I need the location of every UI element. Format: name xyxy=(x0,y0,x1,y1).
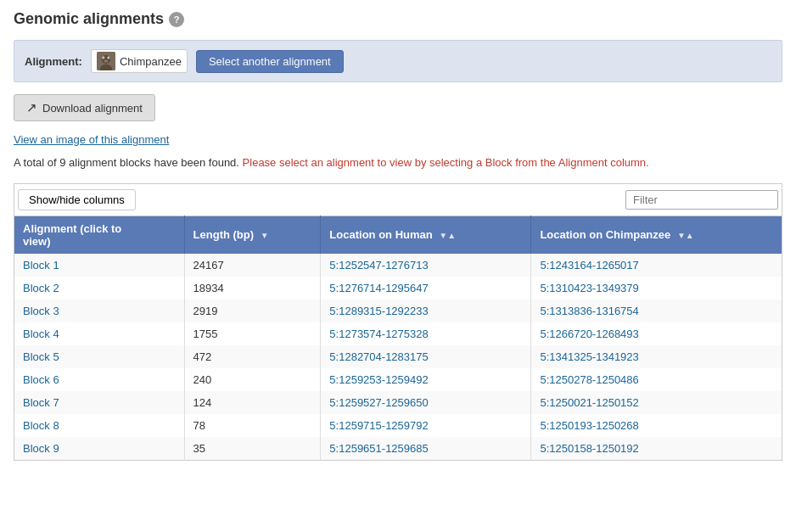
location-human-link[interactable]: 5:1259527-1259650 xyxy=(329,396,428,409)
table-row: Block 1241675:1252547-12767135:1243164-1… xyxy=(14,254,782,277)
sort-icon-human: ▼▲ xyxy=(439,231,456,240)
location-human-link[interactable]: 5:1273574-1275328 xyxy=(329,328,428,340)
cell-block: Block 8 xyxy=(14,414,185,437)
block-link[interactable]: Block 9 xyxy=(23,442,59,455)
table-row: Block 8785:1259715-12597925:1250193-1250… xyxy=(14,414,782,437)
cell-location-human: 5:1282704-1283175 xyxy=(321,345,531,368)
cell-length: 124 xyxy=(184,391,321,414)
block-link[interactable]: Block 7 xyxy=(23,396,59,409)
cell-block: Block 2 xyxy=(14,277,185,300)
species-icon xyxy=(97,52,115,70)
cell-location-human: 5:1252547-1276713 xyxy=(321,254,531,277)
location-chimp-link[interactable]: 5:1313836-1316754 xyxy=(540,305,638,317)
block-link[interactable]: Block 8 xyxy=(23,419,59,432)
cell-block: Block 7 xyxy=(14,391,185,414)
help-icon[interactable]: ? xyxy=(169,12,184,27)
cell-length: 35 xyxy=(184,437,321,461)
location-human-link[interactable]: 5:1276714-1295647 xyxy=(329,282,428,294)
cell-length: 1755 xyxy=(184,322,321,345)
location-human-link[interactable]: 5:1282704-1283175 xyxy=(329,350,428,363)
view-image-link[interactable]: View an image of this alignment xyxy=(14,133,782,146)
block-link[interactable]: Block 3 xyxy=(23,305,59,317)
cell-location-chimp: 5:1313836-1316754 xyxy=(531,300,782,322)
table-row: Block 417555:1273574-12753285:1266720-12… xyxy=(14,322,782,345)
cell-location-human: 5:1289315-1292233 xyxy=(321,300,531,322)
cell-block: Block 6 xyxy=(14,368,185,391)
cell-location-chimp: 5:1310423-1349379 xyxy=(531,277,782,300)
filter-wrapper xyxy=(625,190,778,210)
alignment-table: Alignment (click toview) Length (bp) ▼ L… xyxy=(14,216,782,461)
cell-block: Block 1 xyxy=(14,254,185,277)
cell-block: Block 9 xyxy=(14,437,185,461)
table-row: Block 329195:1289315-12922335:1313836-13… xyxy=(14,300,782,322)
location-human-link[interactable]: 5:1259651-1259685 xyxy=(329,442,428,455)
table-controls: Show/hide columns xyxy=(14,183,782,216)
download-alignment-button[interactable]: ↗ Download alignment xyxy=(14,94,155,121)
block-link[interactable]: Block 6 xyxy=(23,373,59,386)
cell-location-human: 5:1276714-1295647 xyxy=(321,277,531,300)
block-link[interactable]: Block 2 xyxy=(23,282,59,294)
filter-input[interactable] xyxy=(625,190,778,210)
cell-length: 472 xyxy=(184,345,321,368)
alignment-label: Alignment: xyxy=(25,55,82,68)
sort-icon-length: ▼ xyxy=(261,231,269,240)
table-row: Block 9355:1259651-12596855:1250158-1250… xyxy=(14,437,782,461)
location-chimp-link[interactable]: 5:1250021-1250152 xyxy=(540,396,638,409)
block-link[interactable]: Block 5 xyxy=(23,350,59,363)
col-header-location-human: Location on Human ▼▲ xyxy=(321,216,531,254)
table-row: Block 62405:1259253-12594925:1250278-125… xyxy=(14,368,782,391)
cell-location-human: 5:1259651-1259685 xyxy=(321,437,531,461)
cell-location-chimp: 5:1243164-1265017 xyxy=(531,254,782,277)
location-human-link[interactable]: 5:1289315-1292233 xyxy=(329,305,428,317)
cell-length: 240 xyxy=(184,368,321,391)
cell-location-chimp: 5:1250278-1250486 xyxy=(531,368,782,391)
info-text: A total of 9 alignment blocks have been … xyxy=(14,154,782,171)
cell-location-chimp: 5:1266720-1268493 xyxy=(531,322,782,345)
block-link[interactable]: Block 4 xyxy=(23,328,59,340)
cell-location-human: 5:1273574-1275328 xyxy=(321,322,531,345)
cell-location-human: 5:1259253-1259492 xyxy=(321,368,531,391)
show-hide-columns-button[interactable]: Show/hide columns xyxy=(18,189,136,210)
location-chimp-link[interactable]: 5:1243164-1265017 xyxy=(540,259,638,272)
table-row: Block 71245:1259527-12596505:1250021-125… xyxy=(14,391,782,414)
location-chimp-link[interactable]: 5:1250193-1250268 xyxy=(540,419,638,432)
download-icon: ↗ xyxy=(26,100,37,115)
cell-location-human: 5:1259527-1259650 xyxy=(321,391,531,414)
location-chimp-link[interactable]: 5:1310423-1349379 xyxy=(540,282,638,294)
location-chimp-link[interactable]: 5:1341325-1341923 xyxy=(540,350,638,363)
col-header-length: Length (bp) ▼ xyxy=(184,216,321,254)
cell-length: 18934 xyxy=(184,277,321,300)
alignment-bar: Alignment: Chimpanzee Select another ali… xyxy=(14,40,782,82)
svg-point-7 xyxy=(104,60,108,63)
cell-location-chimp: 5:1250158-1250192 xyxy=(531,437,782,461)
svg-point-6 xyxy=(108,58,109,59)
cell-block: Block 5 xyxy=(14,345,185,368)
col-header-alignment: Alignment (click toview) xyxy=(14,216,185,254)
species-badge: Chimpanzee xyxy=(91,49,188,73)
cell-length: 2919 xyxy=(184,300,321,322)
cell-block: Block 4 xyxy=(14,322,185,345)
location-human-link[interactable]: 5:1252547-1276713 xyxy=(329,259,428,272)
select-alignment-button[interactable]: Select another alignment xyxy=(196,50,344,73)
col-header-location-chimp: Location on Chimpanzee ▼▲ xyxy=(531,216,782,254)
cell-location-human: 5:1259715-1259792 xyxy=(321,414,531,437)
location-chimp-link[interactable]: 5:1266720-1268493 xyxy=(540,328,638,340)
species-name: Chimpanzee xyxy=(120,55,182,68)
cell-length: 78 xyxy=(184,414,321,437)
table-row: Block 2189345:1276714-12956475:1310423-1… xyxy=(14,277,782,300)
sort-icon-chimp: ▼▲ xyxy=(677,231,694,240)
location-chimp-link[interactable]: 5:1250278-1250486 xyxy=(540,373,638,386)
cell-block: Block 3 xyxy=(14,300,185,322)
table-row: Block 54725:1282704-12831755:1341325-134… xyxy=(14,345,782,368)
block-link[interactable]: Block 1 xyxy=(23,259,59,272)
table-header-row: Alignment (click toview) Length (bp) ▼ L… xyxy=(14,216,782,254)
cell-location-chimp: 5:1250021-1250152 xyxy=(531,391,782,414)
svg-point-5 xyxy=(103,58,104,59)
cell-location-chimp: 5:1341325-1341923 xyxy=(531,345,782,368)
cell-location-chimp: 5:1250193-1250268 xyxy=(531,414,782,437)
location-human-link[interactable]: 5:1259715-1259792 xyxy=(329,419,428,432)
location-human-link[interactable]: 5:1259253-1259492 xyxy=(329,373,428,386)
cell-length: 24167 xyxy=(184,254,321,277)
location-chimp-link[interactable]: 5:1250158-1250192 xyxy=(540,442,638,455)
page-title: Genomic alignments ? xyxy=(14,10,782,28)
